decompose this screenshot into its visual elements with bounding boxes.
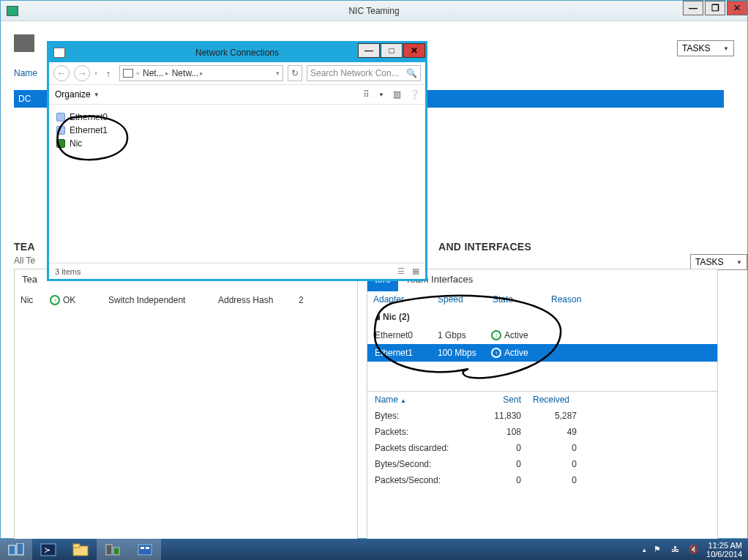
svg-rect-0	[9, 545, 15, 555]
explorer-titlebar[interactable]: Network Connections — □ ✕	[49, 43, 425, 62]
adapter-count: 2	[299, 295, 321, 305]
stat-recv: 0	[533, 475, 577, 485]
stat-recv: 5,287	[533, 411, 577, 421]
load-balancing: Address Hash	[218, 295, 299, 305]
search-input[interactable]: Search Network Con... 🔍	[307, 65, 421, 81]
ethernet-icon	[56, 113, 65, 122]
breadcrumb-segment[interactable]: Net...▸	[143, 68, 169, 78]
adapter-row[interactable]: Ethernet1 100 Mbps ↑ Active	[367, 344, 717, 362]
taskbar-control-panel[interactable]	[129, 539, 161, 560]
ethernet-icon	[56, 126, 65, 135]
stat-row: Packets discarded: 0 0	[367, 440, 717, 456]
col-speed[interactable]: Speed	[438, 294, 493, 305]
forward-button[interactable]: →	[74, 65, 90, 81]
adapter-row[interactable]: Ethernet0 1 Gbps ↑ Active	[367, 326, 717, 344]
adapter-speed: 100 Mbps	[438, 348, 491, 358]
stat-recv: 0	[533, 459, 577, 469]
time-text: 11:25 AM	[706, 541, 742, 550]
toolbar-right: ⠿ ▼ ▥ ❔	[361, 89, 419, 100]
stat-name: Packets discarded:	[375, 443, 477, 453]
stat-name: Packets/Second:	[375, 475, 477, 485]
teams-heading: TEA	[14, 241, 35, 253]
svg-rect-10	[146, 547, 149, 549]
taskbar-powershell[interactable]: ≻	[32, 539, 64, 560]
address-bar[interactable]: « Net...▸ Netw...▸ ▾	[119, 65, 283, 81]
teams-tab[interactable]: Tea	[15, 269, 45, 291]
adapters-heading: AND INTERFACES	[438, 241, 531, 253]
maximize-button[interactable]: □	[381, 43, 403, 58]
up-arrow-icon: ↑	[50, 295, 60, 305]
action-center-icon[interactable]: ⚑	[654, 545, 664, 555]
view-caret-icon[interactable]: ▼	[378, 92, 384, 98]
taskbar-explorer[interactable]	[64, 539, 97, 560]
adapter-state: ↑ Active	[491, 330, 550, 340]
item-count: 3 items	[55, 267, 81, 276]
connection-item[interactable]: Nic	[56, 137, 418, 150]
up-button[interactable]: ↑	[102, 67, 115, 80]
help-icon[interactable]: ❔	[409, 89, 419, 100]
clock[interactable]: 11:25 AM 10/6/2014	[706, 541, 742, 559]
stat-recv: 0	[533, 443, 577, 453]
stat-sent: 0	[477, 443, 521, 453]
maximize-button[interactable]: ❐	[705, 1, 725, 15]
stat-row: Bytes: 11,830 5,287	[367, 408, 717, 424]
location-icon	[123, 69, 133, 78]
col-adapter[interactable]: Adapter	[373, 294, 438, 305]
connection-item[interactable]: Ethernet0	[56, 111, 418, 124]
breadcrumb-segment[interactable]: Netw...▸	[172, 68, 204, 78]
tray-caret-icon[interactable]: ▴	[643, 546, 646, 553]
stat-recv: 49	[533, 427, 577, 437]
col-state[interactable]: State	[493, 294, 551, 305]
dropdown-caret-icon: ▼	[94, 92, 100, 98]
taskbar-server-manager[interactable]	[0, 539, 32, 560]
stat-row: Packets/Second: 0 0	[367, 472, 717, 488]
search-placeholder: Search Network Con...	[310, 68, 399, 78]
organize-label: Organize	[55, 89, 91, 100]
connection-label: Ethernet1	[70, 125, 108, 135]
close-button[interactable]: ✕	[727, 1, 747, 15]
taskbar-nic-teaming[interactable]	[97, 539, 129, 560]
network-tray-icon[interactable]: 🖧	[671, 545, 681, 555]
close-button[interactable]: ✕	[403, 43, 425, 58]
team-name: Nic	[20, 295, 50, 305]
back-button[interactable]: ←	[53, 65, 70, 81]
view-options-icon[interactable]: ⠿	[361, 89, 371, 100]
minimize-button[interactable]: —	[358, 43, 380, 58]
sort-caret-icon: ▲	[400, 397, 406, 404]
col-reason[interactable]: Reason	[551, 294, 610, 305]
adapter-name: Ethernet1	[375, 348, 438, 358]
adapters-tasks-dropdown[interactable]: TASKS ▼	[690, 254, 747, 270]
history-caret-icon[interactable]: ▾	[94, 70, 97, 77]
connection-label: Ethernet0	[70, 112, 108, 122]
col-stat-name[interactable]: Name▲	[375, 395, 477, 405]
organize-menu[interactable]: Organize ▼	[55, 89, 100, 100]
col-received[interactable]: Received	[533, 395, 584, 405]
svg-rect-6	[106, 545, 112, 555]
column-name-header[interactable]: Name	[14, 68, 37, 78]
taskbar-right: ▴ ⚑ 🖧 🔇 11:25 AM 10/6/2014	[643, 541, 748, 559]
tasks-label: TASKS	[682, 43, 710, 53]
stat-name: Bytes:	[375, 411, 477, 421]
taskbar-left: ≻	[0, 539, 161, 560]
preview-pane-icon[interactable]: ▥	[392, 89, 402, 100]
tasks-dropdown[interactable]: TASKS ▼	[677, 40, 734, 56]
stat-sent: 0	[477, 459, 521, 469]
icons-view-icon[interactable]: ▦	[412, 266, 419, 276]
details-view-icon[interactable]: ☰	[397, 266, 405, 276]
minimize-button[interactable]: —	[683, 1, 703, 15]
stat-name: Bytes/Second:	[375, 459, 477, 469]
adapter-speed: 1 Gbps	[438, 330, 491, 340]
teams-subheading: All Te	[14, 255, 35, 266]
adapter-name: Ethernet0	[375, 330, 438, 340]
volume-icon[interactable]: 🔇	[689, 545, 699, 555]
server-name: DC	[18, 94, 31, 104]
dropdown-caret-icon: ▼	[723, 45, 729, 52]
connection-item[interactable]: Ethernet1	[56, 124, 418, 137]
refresh-button[interactable]: ↻	[288, 65, 302, 81]
explorer-toolbar: Organize ▼ ⠿ ▼ ▥ ❔	[49, 84, 425, 105]
col-sent[interactable]: Sent	[477, 395, 521, 405]
team-row[interactable]: Nic ↑ OK Switch Independent Address Hash…	[15, 291, 357, 310]
address-dropdown-icon[interactable]: ▾	[276, 70, 280, 77]
team-group[interactable]: ◢ Nic (2)	[367, 307, 717, 326]
breadcrumb-sep-icon: «	[136, 70, 140, 77]
